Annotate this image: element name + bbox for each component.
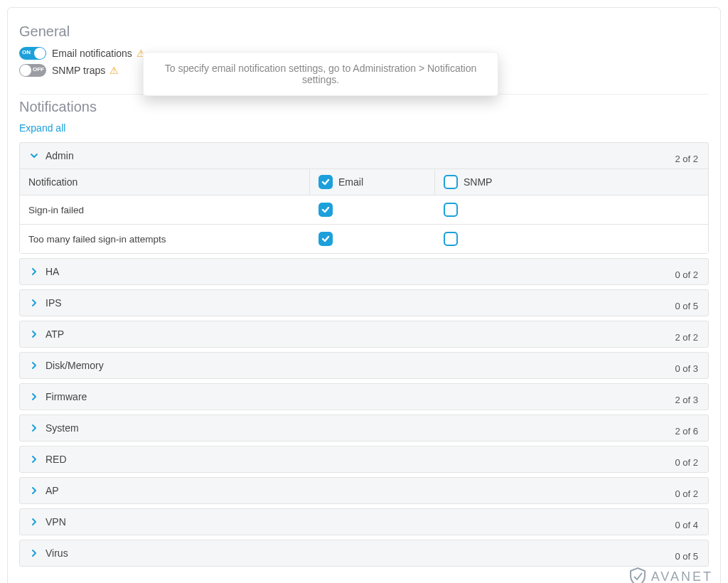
email-notifications-label: Email notifications xyxy=(52,48,132,59)
chevron-down-icon xyxy=(30,151,38,160)
snmp-checkbox[interactable] xyxy=(444,232,458,246)
group-count: 0 of 5 xyxy=(675,551,698,562)
chevron-right-icon xyxy=(30,267,38,276)
snmp-header-checkbox[interactable] xyxy=(444,175,458,189)
column-snmp: SNMP xyxy=(435,169,708,195)
check-icon xyxy=(321,205,331,215)
snmp-traps-label: SNMP traps xyxy=(52,65,105,76)
group-count: 2 of 2 xyxy=(675,154,698,164)
brand-text: AVANET xyxy=(651,569,713,584)
email-checkbox[interactable] xyxy=(318,232,333,246)
snmp-cell xyxy=(435,225,708,253)
notification-label: Sign-in failed xyxy=(20,196,310,224)
chevron-right-icon xyxy=(30,267,38,276)
group-count: 2 of 2 xyxy=(675,332,698,343)
group-header[interactable]: ATP2 of 2 xyxy=(20,321,708,347)
group-name: Virus xyxy=(46,547,68,559)
group-count: 2 of 6 xyxy=(675,426,698,437)
group-header[interactable]: Admin2 of 2 xyxy=(20,143,708,169)
notification-group: Virus0 of 5 xyxy=(19,540,709,567)
snmp-checkbox[interactable] xyxy=(444,203,458,217)
group-name: HA xyxy=(46,266,59,277)
notifications-title: Notifications xyxy=(19,99,709,115)
chevron-right-icon xyxy=(30,330,38,338)
email-notifications-toggle[interactable] xyxy=(19,47,46,60)
group-header[interactable]: System2 of 6 xyxy=(20,415,708,441)
group-name: Admin xyxy=(46,150,74,161)
chevron-right-icon xyxy=(30,549,38,557)
chevron-right-icon xyxy=(30,361,38,370)
snmp-cell xyxy=(435,196,708,224)
column-label: SNMP xyxy=(464,176,492,188)
group-header[interactable]: RED0 of 2 xyxy=(20,446,708,472)
chevron-right-icon xyxy=(30,518,38,526)
group-name: RED xyxy=(46,454,67,465)
chevron-right-icon xyxy=(30,486,38,495)
notification-group: ATP2 of 2 xyxy=(19,321,709,348)
chevron-down-icon xyxy=(30,151,38,160)
warning-icon: ⚠ xyxy=(109,65,119,76)
email-cell xyxy=(310,196,435,224)
group-header[interactable]: VPN0 of 4 xyxy=(20,509,708,535)
chevron-right-icon xyxy=(30,361,38,370)
chevron-right-icon xyxy=(30,455,38,464)
notification-group: Disk/Memory0 of 3 xyxy=(19,352,709,379)
notification-group: AP0 of 2 xyxy=(19,477,709,504)
check-icon xyxy=(321,234,331,244)
group-header[interactable]: IPS0 of 5 xyxy=(20,290,708,316)
notification-group: HA0 of 2 xyxy=(19,258,709,285)
chevron-right-icon xyxy=(30,424,38,432)
chevron-right-icon xyxy=(30,299,38,307)
group-header[interactable]: Firmware2 of 3 xyxy=(20,384,708,410)
column-label: Notification xyxy=(28,176,77,188)
group-count: 0 of 5 xyxy=(675,301,698,311)
brand-logo: AVANET xyxy=(628,567,713,583)
notification-group: IPS0 of 5 xyxy=(19,289,709,316)
email-checkbox[interactable] xyxy=(318,203,333,217)
group-count: 2 of 3 xyxy=(675,395,698,405)
notification-group: VPN0 of 4 xyxy=(19,508,709,535)
chevron-right-icon xyxy=(30,392,38,401)
group-name: Firmware xyxy=(46,391,87,402)
group-name: IPS xyxy=(46,297,62,309)
expand-all-link[interactable]: Expand all xyxy=(19,122,65,134)
check-icon xyxy=(321,177,331,187)
email-header-checkbox[interactable] xyxy=(318,175,333,189)
group-header[interactable]: HA0 of 2 xyxy=(20,259,708,284)
notification-group: Admin2 of 2NotificationEmailSNMPSign-in … xyxy=(19,142,709,254)
chevron-right-icon xyxy=(30,299,38,307)
settings-card: General Email notifications ⚠ SNMP traps… xyxy=(7,7,721,583)
table-row: Sign-in failed xyxy=(20,195,708,224)
group-name: Disk/Memory xyxy=(46,360,104,371)
group-count: 0 of 2 xyxy=(675,488,698,499)
group-name: VPN xyxy=(46,516,66,528)
group-body: NotificationEmailSNMPSign-in failedToo m… xyxy=(20,169,708,253)
group-header[interactable]: Virus0 of 5 xyxy=(20,540,708,566)
groups-container: Admin2 of 2NotificationEmailSNMPSign-in … xyxy=(19,142,709,567)
chevron-right-icon xyxy=(30,392,38,401)
notification-group: Firmware2 of 3 xyxy=(19,383,709,410)
snmp-traps-toggle[interactable] xyxy=(19,64,46,77)
columns-header: NotificationEmailSNMP xyxy=(20,169,708,195)
group-count: 0 of 3 xyxy=(675,363,698,374)
group-count: 0 of 2 xyxy=(675,457,698,468)
chevron-right-icon xyxy=(30,486,38,495)
chevron-right-icon xyxy=(30,424,38,432)
notification-label: Too many failed sign-in attempts xyxy=(20,225,310,253)
shield-icon xyxy=(628,567,647,583)
column-email: Email xyxy=(310,169,435,195)
chevron-right-icon xyxy=(30,455,38,464)
notification-group: System2 of 6 xyxy=(19,414,709,442)
column-label: Email xyxy=(338,176,363,188)
notification-group: RED0 of 2 xyxy=(19,446,709,473)
group-name: System xyxy=(46,422,79,434)
group-name: ATP xyxy=(46,328,64,340)
group-name: AP xyxy=(46,485,59,496)
email-settings-tooltip: To specify email notification settings, … xyxy=(143,52,498,96)
group-header[interactable]: Disk/Memory0 of 3 xyxy=(20,353,708,378)
group-header[interactable]: AP0 of 2 xyxy=(20,478,708,503)
general-title: General xyxy=(19,23,709,40)
group-count: 0 of 2 xyxy=(675,269,698,280)
chevron-right-icon xyxy=(30,330,38,338)
email-cell xyxy=(310,225,435,253)
